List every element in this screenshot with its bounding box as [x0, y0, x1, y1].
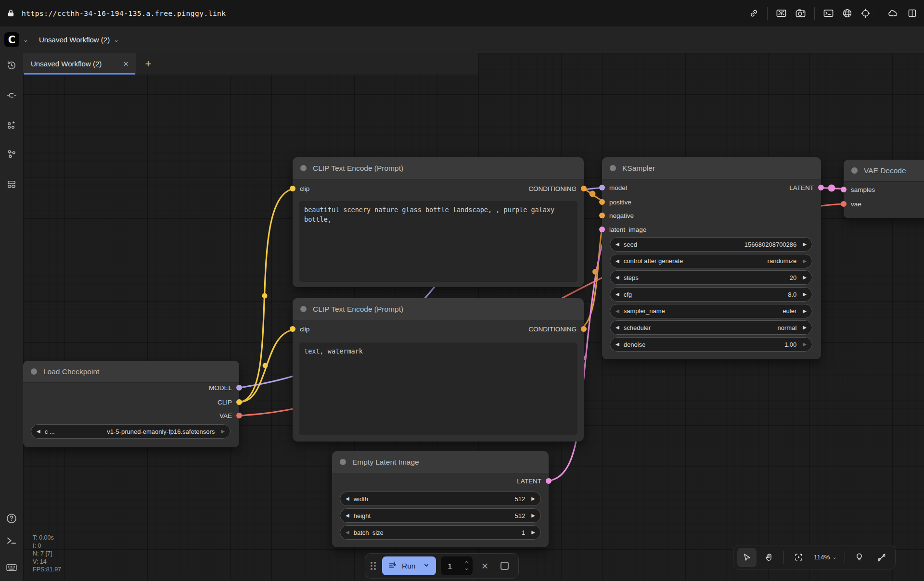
node-collapse-dot[interactable]: [31, 368, 37, 375]
input-port-latent-image[interactable]: latent_image: [599, 225, 646, 234]
output-port-vae[interactable]: VAE: [219, 411, 242, 420]
widget-height[interactable]: ◀ height 512 ▶: [340, 508, 541, 523]
port-dot[interactable]: [290, 326, 295, 332]
link-icon[interactable]: [749, 8, 759, 18]
node-header[interactable]: CLIP Text Encode (Prompt): [293, 298, 584, 320]
node-clip-text-encode-negative[interactable]: CLIP Text Encode (Prompt) clip CONDITION…: [293, 298, 584, 442]
fit-view-button[interactable]: [789, 548, 808, 567]
port-dot[interactable]: [599, 227, 605, 232]
output-port-clip[interactable]: CLIP: [218, 397, 242, 407]
widget-value[interactable]: 1: [522, 529, 525, 536]
decrement-arrow[interactable]: ◀: [346, 530, 349, 535]
crosshair-icon[interactable]: [860, 8, 871, 18]
decrement-arrow[interactable]: ◀: [616, 259, 619, 264]
clear-queue-button[interactable]: ×: [477, 560, 492, 572]
increment-arrow[interactable]: ▶: [531, 496, 535, 501]
node-empty-latent-image[interactable]: Empty Latent Image LATENT ◀ width 512 ▶ …: [332, 451, 549, 547]
toggle-theme-lightbulb-button[interactable]: [850, 548, 869, 567]
node-collapse-dot[interactable]: [300, 306, 307, 312]
widget-control-after-generate[interactable]: ◀ control after generate randomize ▶: [610, 254, 812, 268]
output-port-latent[interactable]: LATENT: [517, 476, 552, 486]
toggle-links-button[interactable]: [872, 548, 891, 567]
new-tab-button[interactable]: +: [136, 53, 160, 75]
increment-arrow[interactable]: ▶: [803, 309, 807, 314]
widget-value[interactable]: v1-5-pruned-emaonly-fp16.safetensors: [107, 428, 215, 435]
decrement-arrow[interactable]: ◀: [346, 496, 349, 501]
chevron-down-icon[interactable]: ⌄: [114, 36, 119, 43]
increment-arrow[interactable]: ▶: [803, 325, 807, 330]
node-header[interactable]: VAE Decode: [844, 160, 924, 182]
widget-value[interactable]: normal: [778, 324, 797, 331]
widget-sampler-name[interactable]: ◀ sampler_name euler ▶: [610, 304, 812, 318]
decrement-arrow[interactable]: ◀: [616, 342, 619, 347]
chevron-down-icon[interactable]: ⌄: [23, 36, 28, 43]
node-ksampler[interactable]: KSampler model positive negative latent_…: [602, 157, 821, 359]
tab-unsaved-workflow[interactable]: Unsaved Workflow (2) ×: [23, 53, 136, 75]
decrement-arrow[interactable]: ◀: [616, 292, 619, 297]
count-step-down-icon[interactable]: ⌄: [464, 566, 469, 570]
keyboard-icon[interactable]: [6, 562, 18, 576]
split-view-icon[interactable]: [907, 8, 917, 18]
node-vae-decode[interactable]: VAE Decode samples vae: [844, 160, 924, 218]
output-port-conditioning[interactable]: CONDITIONING: [528, 324, 587, 334]
port-dot[interactable]: [599, 199, 605, 205]
drag-handle[interactable]: [369, 562, 377, 570]
port-dot[interactable]: [581, 326, 587, 332]
url-text[interactable]: https://ccthh-34-16-194-135.a.free.pingg…: [22, 10, 226, 17]
increment-arrow[interactable]: ▶: [803, 292, 807, 297]
input-port-vae[interactable]: vae: [841, 199, 861, 209]
input-port-positive[interactable]: positive: [599, 197, 631, 207]
node-collapse-dot[interactable]: [300, 165, 307, 171]
node-collapse-dot[interactable]: [340, 459, 346, 465]
globe-icon[interactable]: [842, 8, 852, 18]
prompt-text-area[interactable]: beautiful scenery nature glass bottle la…: [299, 201, 578, 282]
camera-icon[interactable]: [795, 8, 806, 18]
increment-arrow[interactable]: ▶: [221, 429, 225, 434]
decrement-arrow[interactable]: ◀: [37, 429, 40, 434]
node-clip-text-encode-positive[interactable]: CLIP Text Encode (Prompt) clip CONDITION…: [293, 157, 584, 287]
workflow-graph-icon[interactable]: [6, 149, 17, 162]
widget-ckpt-name[interactable]: ◀ c ... v1-5-pruned-emaonly-fp16.safeten…: [31, 424, 231, 439]
widget-seed[interactable]: ◀ seed 156680208700286 ▶: [610, 237, 812, 252]
run-options-chevron-icon[interactable]: [423, 561, 430, 571]
zoom-level[interactable]: 114% ⌄: [811, 554, 840, 561]
node-header[interactable]: Empty Latent Image: [332, 451, 549, 473]
screenshot-icon[interactable]: [776, 8, 787, 18]
terminal-icon[interactable]: [823, 8, 834, 18]
port-dot[interactable]: [236, 413, 242, 418]
port-dot[interactable]: [599, 185, 605, 190]
increment-arrow[interactable]: ▶: [531, 530, 535, 535]
decrement-arrow[interactable]: ◀: [616, 325, 619, 330]
decrement-arrow[interactable]: ◀: [346, 513, 349, 518]
port-dot[interactable]: [546, 478, 552, 484]
node-load-checkpoint[interactable]: Load Checkpoint MODEL CLIP VAE ◀ c ... v…: [23, 361, 239, 447]
node-header[interactable]: Load Checkpoint: [23, 361, 239, 383]
input-port-negative[interactable]: negative: [599, 211, 634, 220]
increment-arrow[interactable]: ▶: [803, 342, 807, 347]
widget-value[interactable]: randomize: [768, 257, 797, 265]
cloud-icon[interactable]: [887, 9, 899, 18]
comfyui-logo[interactable]: C: [4, 32, 19, 47]
node-header[interactable]: KSampler: [602, 157, 821, 179]
output-port-model[interactable]: MODEL: [209, 383, 242, 392]
increment-arrow[interactable]: ▶: [803, 242, 807, 247]
widget-denoise[interactable]: ◀ denoise 1.00 ▶: [610, 337, 812, 352]
prompt-text-area[interactable]: text, watermark: [299, 342, 578, 435]
node-collapse-dot[interactable]: [851, 167, 858, 174]
increment-arrow[interactable]: ▶: [531, 513, 535, 518]
widget-value[interactable]: 20: [790, 274, 796, 281]
widget-width[interactable]: ◀ width 512 ▶: [340, 492, 541, 506]
connector-icon[interactable]: [6, 90, 17, 103]
batch-count-value[interactable]: 1: [448, 562, 452, 570]
queue-icon[interactable]: [6, 179, 17, 192]
widget-value[interactable]: 512: [515, 512, 526, 519]
node-collapse-dot[interactable]: [610, 165, 616, 171]
widget-value[interactable]: euler: [783, 307, 796, 315]
widget-value[interactable]: 8.0: [788, 291, 796, 298]
port-dot[interactable]: [236, 399, 242, 405]
widget-batch-size[interactable]: ◀ batch_size 1 ▶: [340, 525, 541, 540]
input-port-samples[interactable]: samples: [841, 185, 875, 194]
port-dot[interactable]: [818, 185, 824, 190]
port-dot[interactable]: [599, 213, 605, 218]
widget-cfg[interactable]: ◀ cfg 8.0 ▶: [610, 287, 812, 302]
